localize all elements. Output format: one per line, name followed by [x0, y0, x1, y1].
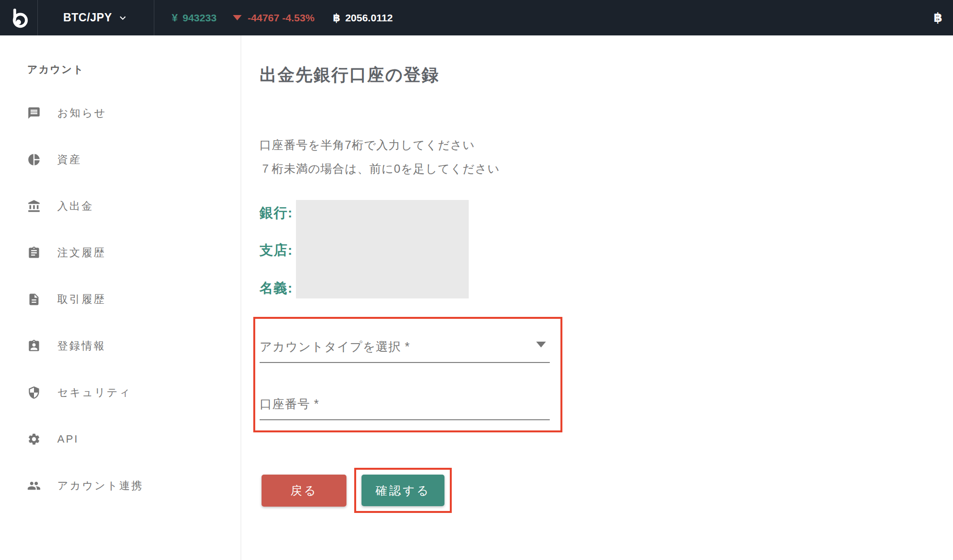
account-number-input[interactable]: 口座番号 * [260, 396, 550, 420]
sidebar-item-document[interactable]: 取引履歴 [0, 276, 241, 323]
sidebar-item-bank[interactable]: 入出金 [0, 183, 241, 230]
btc-volume: 2056.0112 [345, 12, 393, 24]
yen-icon: ¥ [172, 12, 178, 24]
main-content: 出金先銀行口座の登録 口座番号を半角7桁で入力してください ７桁未満の場合は、前… [241, 35, 953, 560]
holder-label: 名義: [260, 279, 293, 297]
last-price: 943233 [182, 12, 216, 24]
sidebar-item-label: 登録情報 [57, 339, 106, 353]
document-icon [27, 293, 41, 306]
confirm-button[interactable]: 確認する [361, 475, 444, 506]
pair-label: BTC/JPY [63, 11, 112, 24]
sidebar-item-pie-chart[interactable]: 資産 [0, 136, 241, 183]
branch-label: 支店: [260, 241, 293, 260]
sidebar-item-label: 資産 [57, 152, 82, 167]
bank-info: 銀行: 支店: 名義: [260, 200, 953, 298]
chevron-down-icon [117, 12, 129, 24]
button-row: 戻る 確認する [262, 468, 953, 513]
account-type-placeholder: アカウントタイプを選択 * [260, 339, 550, 355]
sidebar-item-label: 取引履歴 [57, 292, 106, 307]
sidebar-item-label: 入出金 [57, 199, 94, 214]
sidebar: アカウント お知らせ資産入出金注文履歴取引履歴登録情報セキュリティAPIアカウン… [0, 35, 241, 560]
sidebar-item-label: アカウント連携 [57, 478, 144, 493]
triangle-down-icon [233, 15, 242, 20]
sidebar-nav: お知らせ資産入出金注文履歴取引履歴登録情報セキュリティAPIアカウント連携 [0, 90, 241, 509]
sidebar-item-clipboard[interactable]: 注文履歴 [0, 230, 241, 276]
ticker: ¥ 943233 -44767 -4.53% ฿ 2056.0112 [172, 0, 393, 35]
input-underline [260, 419, 550, 420]
sidebar-item-id-card[interactable]: 登録情報 [0, 323, 241, 369]
bank-icon [27, 199, 41, 213]
topbar-spacer [393, 0, 934, 35]
price-change: -44767 -4.53% [247, 12, 314, 24]
sidebar-item-shield[interactable]: セキュリティ [0, 369, 241, 416]
bitbank-logo-icon [8, 7, 30, 29]
bank-label: 銀行: [260, 204, 293, 222]
account-type-select[interactable]: アカウントタイプを選択 * [260, 339, 550, 363]
back-button[interactable]: 戻る [262, 475, 346, 507]
sidebar-header: アカウント [27, 63, 241, 76]
sidebar-item-label: 注文履歴 [57, 246, 106, 260]
gear-icon [27, 432, 41, 446]
sidebar-item-label: セキュリティ [57, 385, 131, 400]
annotation-rectangle-confirm: 確認する [354, 468, 452, 513]
sidebar-item-label: お知らせ [57, 106, 107, 120]
bitcoin-icon: ฿ [333, 12, 340, 24]
instruction-line: ７桁未満の場合は、前に0を足してください [260, 157, 953, 181]
chat-icon [27, 106, 41, 120]
clipboard-icon [27, 246, 41, 260]
sidebar-item-label: API [57, 433, 79, 445]
account-number-placeholder: 口座番号 * [260, 396, 550, 412]
shield-icon [27, 386, 41, 399]
redacted-bank-value-box [296, 200, 469, 298]
pair-selector[interactable]: BTC/JPY [38, 0, 154, 35]
app-logo[interactable] [0, 0, 38, 35]
instructions: 口座番号を半角7桁で入力してください ７桁未満の場合は、前に0を足してください [260, 133, 953, 181]
instruction-line: 口座番号を半角7桁で入力してください [260, 133, 953, 157]
sidebar-item-people[interactable]: アカウント連携 [0, 462, 241, 509]
topbar: BTC/JPY ¥ 943233 -44767 -4.53% ฿ 2056.01… [0, 0, 953, 35]
select-underline [260, 362, 550, 363]
people-icon [27, 479, 41, 493]
id-card-icon [27, 339, 41, 353]
dropdown-arrow-icon [536, 342, 546, 347]
sidebar-item-chat[interactable]: お知らせ [0, 90, 241, 136]
pie-chart-icon [27, 153, 41, 166]
bitcoin-right-icon[interactable]: ฿ [934, 0, 953, 35]
annotation-rectangle-form: アカウントタイプを選択 * 口座番号 * [253, 317, 562, 432]
page-title: 出金先銀行口座の登録 [260, 64, 953, 86]
sidebar-item-gear[interactable]: API [0, 416, 241, 462]
